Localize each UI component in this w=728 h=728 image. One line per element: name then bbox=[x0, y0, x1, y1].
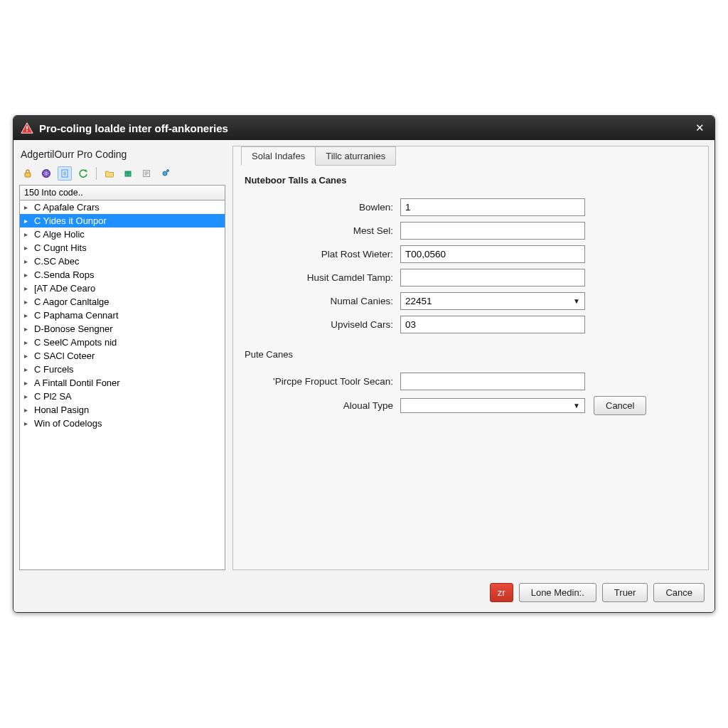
sidebar-search[interactable]: 150 Into code.. bbox=[19, 185, 225, 200]
svg-point-16 bbox=[167, 170, 169, 172]
expand-icon: ▸ bbox=[24, 365, 31, 373]
chevron-down-icon: ▼ bbox=[573, 402, 580, 410]
tree-item-label: C.Senda Rops bbox=[34, 269, 95, 280]
tree-item-label: C Yides it Ounpor bbox=[34, 215, 107, 226]
tree-item-label: C Cugnt Hits bbox=[34, 242, 87, 253]
tree-item[interactable]: ▸C Cugnt Hits bbox=[20, 241, 225, 255]
sidebar-toolbar bbox=[19, 164, 225, 185]
tree-item[interactable]: ▸[AT ADe Cearo bbox=[20, 282, 225, 295]
expand-icon: ▸ bbox=[24, 406, 31, 414]
tree-item[interactable]: ▸Honal Pasign bbox=[20, 403, 225, 417]
package-icon[interactable] bbox=[121, 166, 135, 181]
svg-rect-2 bbox=[26, 130, 28, 132]
refresh-icon[interactable] bbox=[76, 166, 90, 181]
upviseld-input[interactable] bbox=[400, 316, 585, 333]
warning-icon bbox=[21, 122, 33, 134]
expand-icon: ▸ bbox=[24, 230, 31, 238]
svg-rect-1 bbox=[26, 126, 28, 129]
section1-form: Bowlen: Mest Sel: Plat Rost Wieter: Husi… bbox=[242, 198, 700, 333]
tree-item[interactable]: ▸C Pl2 SA bbox=[20, 390, 225, 403]
tree-item-label: C Pl2 SA bbox=[34, 391, 72, 402]
tree-item-label: D-Bonose Sengner bbox=[34, 323, 113, 334]
mest-label: Mest Sel: bbox=[247, 225, 400, 236]
tree-item[interactable]: ▸C SeelC Ampots nid bbox=[20, 336, 225, 349]
plat-label: Plat Rost Wieter: bbox=[247, 249, 400, 259]
svg-rect-3 bbox=[25, 173, 31, 177]
expand-icon: ▸ bbox=[24, 379, 31, 387]
dialog-content: AdgertilOurr Pro Coding 150 Into code.. … bbox=[14, 140, 714, 576]
close-icon[interactable]: ✕ bbox=[692, 120, 707, 136]
toolbar-separator bbox=[96, 167, 97, 180]
form-pane: Solal Indafes Tillc aturranies Nuteboor … bbox=[232, 146, 709, 570]
tree-item-label: C Apafale Crars bbox=[34, 202, 100, 213]
section2-form: 'Pircpe Fropuct Toolr Secan: Aloual Type… bbox=[242, 373, 700, 415]
tree-item[interactable]: ▸C Aagor Canltalge bbox=[20, 295, 225, 309]
sidebar: AdgertilOurr Pro Coding 150 Into code.. … bbox=[19, 146, 225, 570]
expand-icon: ▸ bbox=[24, 352, 31, 360]
tree-item[interactable]: ▸Win of Codelogs bbox=[20, 417, 225, 430]
inline-cancel-button[interactable]: Cancel bbox=[594, 396, 646, 415]
aloual-label: Aloual Type bbox=[247, 400, 400, 411]
expand-icon: ▸ bbox=[24, 284, 31, 292]
document-icon[interactable] bbox=[58, 166, 72, 181]
tree-item[interactable]: ▸C Yides it Ounpor bbox=[20, 214, 225, 228]
husit-label: Husit Camdel Tamp: bbox=[247, 272, 400, 283]
tree-item-label: [AT ADe Cearo bbox=[34, 283, 95, 294]
settings-icon[interactable] bbox=[158, 166, 172, 181]
pircpe-input[interactable] bbox=[400, 373, 585, 390]
tree-item[interactable]: ▸A Fintall Dontil Foner bbox=[20, 376, 225, 390]
tree-item[interactable]: ▸C Alge Holic bbox=[20, 228, 225, 241]
expand-icon: ▸ bbox=[24, 271, 31, 279]
section2-title: Pute Canes bbox=[242, 339, 700, 367]
lock-icon[interactable] bbox=[21, 166, 35, 181]
tab-strip: Solal Indafes Tillc aturranies bbox=[241, 146, 700, 165]
expand-icon: ▸ bbox=[24, 338, 31, 346]
expand-icon: ▸ bbox=[24, 311, 31, 319]
tree-item-label: C SACl Coteer bbox=[34, 350, 95, 361]
footer-lone-button[interactable]: Lone Medin:. bbox=[519, 583, 596, 602]
note-icon[interactable] bbox=[139, 166, 154, 181]
titlebar: Pro-coling loalde inter off-ankoneries ✕ bbox=[14, 116, 714, 140]
pircpe-label: 'Pircpe Fropuct Toolr Secan: bbox=[247, 376, 400, 387]
plat-input[interactable] bbox=[400, 245, 585, 263]
tree-item[interactable]: ▸C Furcels bbox=[20, 363, 225, 376]
tree-item-label: C SeelC Ampots nid bbox=[34, 337, 117, 348]
window-title: Pro-coling loalde inter off-ankoneries bbox=[39, 122, 687, 134]
tree-item-label: Honal Pasign bbox=[34, 405, 89, 415]
bowlen-input[interactable] bbox=[400, 198, 585, 216]
footer-cance-button[interactable]: Cance bbox=[653, 583, 705, 602]
mest-input[interactable] bbox=[400, 222, 585, 240]
dialog-window: Pro-coling loalde inter off-ankoneries ✕… bbox=[13, 115, 715, 613]
footer-red-button[interactable]: zr bbox=[490, 583, 513, 602]
footer-truer-button[interactable]: Truer bbox=[602, 583, 648, 602]
tree-item[interactable]: ▸C Paphama Cennart bbox=[20, 309, 225, 322]
husit-input[interactable] bbox=[400, 269, 585, 287]
folder-icon[interactable] bbox=[102, 166, 117, 181]
tab-solal-indafes[interactable]: Solal Indafes bbox=[241, 146, 316, 166]
aloual-select[interactable]: ▼ bbox=[400, 398, 585, 413]
tree-item-label: Win of Codelogs bbox=[34, 418, 102, 429]
tree-item[interactable]: ▸C.SC Abec bbox=[20, 255, 225, 268]
bowlen-label: Bowlen: bbox=[247, 202, 400, 213]
globe-icon[interactable] bbox=[39, 166, 53, 181]
numal-label: Numal Canies: bbox=[247, 296, 400, 306]
upviseld-label: Upviseld Cars: bbox=[247, 319, 400, 330]
tree-item[interactable]: ▸D-Bonose Sengner bbox=[20, 322, 225, 336]
expand-icon: ▸ bbox=[24, 298, 31, 306]
tree-item[interactable]: ▸C SACl Coteer bbox=[20, 349, 225, 363]
tree-item-label: C Furcels bbox=[34, 364, 74, 375]
tree-item[interactable]: ▸C.Senda Rops bbox=[20, 268, 225, 282]
expand-icon: ▸ bbox=[24, 392, 31, 400]
tree-item[interactable]: ▸C Apafale Crars bbox=[20, 200, 225, 214]
expand-icon: ▸ bbox=[24, 325, 31, 333]
numal-value: 22451 bbox=[405, 296, 432, 306]
dialog-footer: zr Lone Medin:. Truer Cance bbox=[14, 576, 714, 612]
sidebar-heading: AdgertilOurr Pro Coding bbox=[19, 146, 225, 164]
tree-item-label: C Alge Holic bbox=[34, 229, 85, 240]
tree-item-label: A Fintall Dontil Foner bbox=[34, 378, 120, 388]
svg-point-15 bbox=[163, 171, 167, 176]
tab-tillc-aturranies[interactable]: Tillc aturranies bbox=[316, 146, 396, 166]
sidebar-tree: ▸C Apafale Crars▸C Yides it Ounpor▸C Alg… bbox=[19, 200, 225, 570]
section1-title: Nuteboor Talls a Canes bbox=[242, 165, 700, 193]
numal-select[interactable]: 22451 ▼ bbox=[400, 292, 585, 310]
